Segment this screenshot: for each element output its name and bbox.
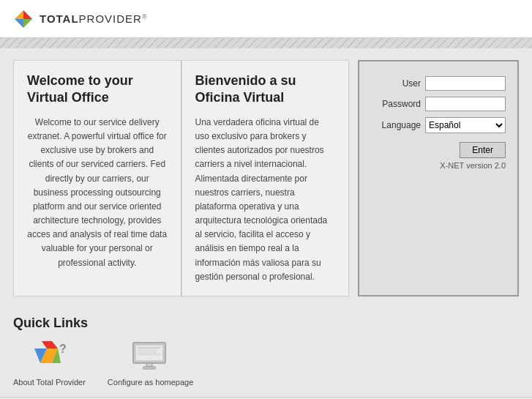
enter-row: Enter bbox=[371, 142, 506, 158]
panels-area: Welcome to your Virtual Office Welcome t… bbox=[13, 60, 349, 297]
language-label: Language bbox=[378, 120, 421, 130]
logo-text: TOTALPROVIDER® bbox=[40, 12, 147, 25]
diamond-question-icon: ? bbox=[27, 338, 71, 373]
panel-spanish-title: Bienvenido a su Oficina Virtual bbox=[195, 72, 336, 107]
about-icon-svg: ? bbox=[29, 340, 70, 372]
language-select[interactable]: Español English bbox=[425, 117, 506, 133]
svg-marker-2 bbox=[15, 19, 23, 28]
svg-rect-10 bbox=[135, 345, 163, 361]
svg-marker-1 bbox=[15, 10, 23, 19]
content-row: Welcome to your Virtual Office Welcome t… bbox=[13, 60, 519, 297]
password-label: Password bbox=[378, 99, 421, 109]
quick-link-homepage-label: Configure as homepage bbox=[108, 378, 193, 387]
svg-marker-0 bbox=[23, 10, 32, 19]
password-row: Password bbox=[371, 97, 506, 111]
quick-link-about[interactable]: ? About Total Provider bbox=[13, 338, 86, 387]
panel-spanish: Bienvenido a su Oficina Virtual Una verd… bbox=[181, 60, 350, 297]
monitor-icon-svg bbox=[130, 340, 171, 372]
main-content: Welcome to your Virtual Office Welcome t… bbox=[0, 48, 532, 308]
svg-marker-4 bbox=[42, 341, 58, 348]
svg-rect-15 bbox=[146, 363, 152, 367]
user-input[interactable] bbox=[425, 76, 506, 91]
panel-english-title: Welcome to your Virtual Office bbox=[27, 72, 168, 107]
panel-english-body: Welcome to our service delivery extranet… bbox=[27, 116, 168, 270]
login-box: User Password Language Español English E… bbox=[358, 60, 519, 297]
monitor-icon bbox=[129, 338, 173, 373]
language-row: Language Español English bbox=[371, 117, 506, 133]
quick-links-title: Quick Links bbox=[13, 316, 519, 331]
password-input[interactable] bbox=[425, 97, 506, 111]
quick-link-homepage[interactable]: Configure as homepage bbox=[108, 338, 193, 387]
svg-rect-16 bbox=[143, 367, 155, 369]
svg-marker-3 bbox=[23, 19, 32, 28]
header: TOTALPROVIDER® bbox=[0, 0, 532, 38]
svg-text:?: ? bbox=[59, 343, 67, 355]
logo-icon bbox=[13, 9, 34, 29]
panel-spanish-body: Una verdadera oficina virtual de uso exc… bbox=[195, 116, 336, 284]
enter-button[interactable]: Enter bbox=[460, 142, 506, 158]
stripe-bar bbox=[0, 38, 532, 48]
user-label: User bbox=[378, 78, 421, 89]
version-text: X-NET version 2.0 bbox=[371, 161, 506, 170]
quick-links-row: ? About Total Provider bbox=[13, 338, 519, 387]
quick-links-section: Quick Links ? About Total Provider bbox=[0, 308, 532, 397]
panel-english: Welcome to your Virtual Office Welcome t… bbox=[13, 60, 181, 297]
user-row: User bbox=[371, 76, 506, 91]
logo-area: TOTALPROVIDER® bbox=[13, 9, 147, 29]
quick-link-about-label: About Total Provider bbox=[13, 378, 86, 387]
